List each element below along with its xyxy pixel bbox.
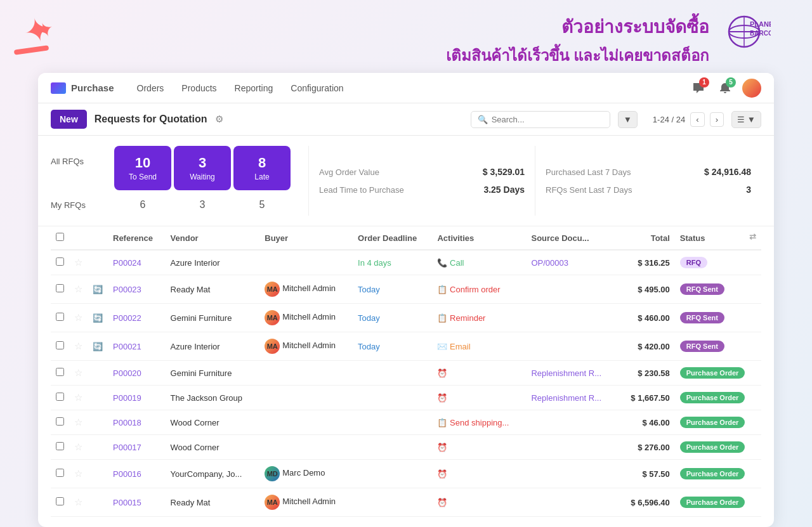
nav-products[interactable]: Products	[174, 79, 224, 97]
settings-icon[interactable]: ⚙	[215, 114, 223, 125]
reference-link[interactable]: P00016	[113, 469, 141, 479]
row-checkbox[interactable]	[56, 341, 64, 349]
view-toggle-button[interactable]: ☰ ▼	[731, 111, 761, 128]
reference-link[interactable]: P00021	[113, 342, 141, 351]
vendor-name: Ready Mat	[166, 488, 260, 517]
source-cell	[526, 435, 618, 460]
buyer-cell: MAMitchell Admin	[259, 304, 353, 332]
reference-link[interactable]: P00017	[113, 443, 141, 452]
row-checkbox[interactable]	[56, 442, 64, 450]
status-badge: RFQ	[680, 257, 707, 268]
top-nav: Purchase Orders Products Reporting Confi…	[38, 73, 774, 103]
nav-logo: Purchase	[51, 82, 114, 94]
activity-link[interactable]: 📋 Reminder	[437, 313, 485, 323]
select-all-checkbox[interactable]	[56, 233, 64, 241]
favorite-star[interactable]: ☆	[74, 392, 82, 403]
all-rfqs-label: All RFQs	[51, 152, 102, 166]
activity-link[interactable]: 📞 Call	[437, 258, 464, 268]
source-link[interactable]: Replenishment R...	[531, 368, 601, 378]
late-number: 8	[247, 155, 277, 171]
rfq-table: Reference Vendor Buyer Order Deadline Ac…	[51, 226, 761, 517]
new-button[interactable]: New	[51, 110, 87, 129]
my-rfq-vals: 6 3 5	[114, 194, 308, 216]
late-card[interactable]: 8 Late	[233, 146, 291, 190]
table-row: ☆ 🔄 P00022 Gemini Furniture MAMitchell A…	[51, 304, 761, 332]
nav-configuration[interactable]: Configuration	[283, 79, 351, 97]
deco-spark2: ✦	[32, 15, 58, 44]
favorite-star[interactable]: ☆	[74, 367, 82, 378]
col-status: Status ⇄	[675, 226, 761, 250]
search-box: 🔍	[471, 111, 610, 128]
banner-title: ตัวอย่างระบบจัดซื้อ	[446, 13, 709, 41]
nav-reporting[interactable]: Reporting	[227, 79, 281, 97]
status-badge: Purchase Order	[680, 417, 745, 428]
prev-page-button[interactable]: ‹	[690, 112, 704, 127]
reference-link[interactable]: P00024	[113, 258, 141, 268]
row-checkbox[interactable]	[56, 469, 64, 477]
table-row: ☆ P00019 The Jackson Group ⏰ Replenishme…	[51, 386, 761, 410]
deadline-cell	[353, 386, 432, 410]
row-checkbox[interactable]	[56, 417, 64, 426]
right-stats: Avg Order Value $ 3,529.01 Lead Time to …	[308, 146, 761, 216]
recur-icon: 🔄	[93, 285, 103, 294]
row-checkbox[interactable]	[56, 284, 64, 292]
deadline-cell	[353, 361, 432, 386]
table-row: ☆ P00018 Wood Corner 📋 Send shipping... …	[51, 410, 761, 435]
col-source: Source Docu...	[526, 226, 618, 250]
vendor-name: Gemini Furniture	[166, 361, 260, 386]
user-avatar-nav[interactable]	[742, 79, 761, 98]
search-input[interactable]	[492, 115, 603, 124]
activity-link[interactable]: ✉️ Email	[437, 342, 470, 351]
favorite-star[interactable]: ☆	[74, 341, 82, 351]
refresh-icon[interactable]: ⇄	[749, 232, 756, 242]
reference-link[interactable]: P00020	[113, 368, 141, 378]
chat-icon-button[interactable]: 1	[689, 79, 708, 98]
status-cell: Purchase Order	[675, 488, 761, 517]
favorite-star[interactable]: ☆	[74, 283, 82, 294]
activity-link[interactable]: 📋 Confirm order	[437, 285, 500, 294]
favorite-star[interactable]: ☆	[74, 497, 82, 507]
reference-link[interactable]: P00015	[113, 498, 141, 507]
status-badge: RFQ Sent	[680, 341, 724, 352]
row-checkbox[interactable]	[56, 313, 64, 321]
source-link[interactable]: Replenishment R...	[531, 393, 601, 403]
waiting-card[interactable]: 3 Waiting	[174, 146, 231, 190]
toolbar: New Requests for Quotation ⚙ 🔍 ▼ 1-24 / …	[38, 103, 774, 136]
total-value: $ 1,667.50	[619, 386, 675, 410]
row-checkbox[interactable]	[56, 368, 64, 376]
source-link[interactable]: OP/00003	[531, 258, 568, 268]
buyer-cell: MAMitchell Admin	[259, 488, 353, 517]
deadline-text: Today	[358, 313, 380, 323]
vendor-name: Wood Corner	[166, 410, 260, 435]
activity-cell: ⏰	[432, 361, 526, 386]
search-dropdown[interactable]: ▼	[618, 111, 638, 128]
buyer-avatar: MA	[265, 495, 280, 510]
favorite-star[interactable]: ☆	[74, 257, 82, 268]
purchased-row: Purchased Last 7 Days $ 24,916.48	[546, 167, 751, 177]
favorite-star[interactable]: ☆	[74, 441, 82, 452]
rfq-labels: All RFQs My RFQs	[51, 146, 102, 216]
reference-link[interactable]: P00018	[113, 418, 141, 427]
status-badge: Purchase Order	[680, 392, 745, 403]
total-value: $ 420.00	[619, 332, 675, 361]
alert-icon-button[interactable]: 5	[716, 79, 735, 98]
deadline-text: Today	[358, 285, 380, 294]
activity-link[interactable]: 📋 Send shipping...	[437, 418, 509, 427]
next-page-button[interactable]: ›	[710, 112, 724, 127]
reference-link[interactable]: P00023	[113, 285, 141, 294]
buyer-avatar: MA	[265, 282, 280, 297]
pagination-info: 1-24 / 24 ‹ ›	[653, 112, 724, 127]
reference-link[interactable]: P00022	[113, 313, 141, 323]
banner-subtitle: เติมสินค้าได้เร็วขึ้น และไม่เคยขาดสต็อก	[446, 43, 709, 68]
rfqs-sent-value: 3	[746, 185, 751, 195]
to-send-card[interactable]: 10 To Send	[114, 146, 171, 190]
row-checkbox[interactable]	[56, 497, 64, 505]
buyer-cell	[259, 410, 353, 435]
favorite-star[interactable]: ☆	[74, 417, 82, 427]
favorite-star[interactable]: ☆	[74, 312, 82, 323]
reference-link[interactable]: P00019	[113, 393, 141, 403]
favorite-star[interactable]: ☆	[74, 468, 82, 479]
row-checkbox[interactable]	[56, 393, 64, 401]
row-checkbox[interactable]	[56, 257, 64, 266]
nav-orders[interactable]: Orders	[129, 79, 172, 97]
